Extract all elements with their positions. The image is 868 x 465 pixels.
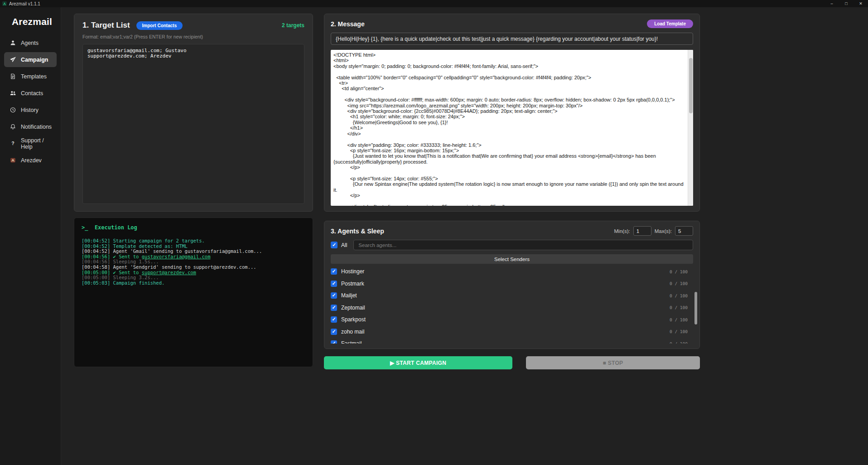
log-line: [00:05:00] Sleeping 3.2s... xyxy=(82,275,305,281)
sidebar-item-agents[interactable]: Agents xyxy=(4,35,57,50)
min-sleep-label: Min(s): xyxy=(614,228,630,234)
sleep-controls: Min(s): Max(s): xyxy=(614,226,693,236)
sidebar-item-history[interactable]: History xyxy=(4,102,57,117)
stop-button[interactable]: ■ STOP xyxy=(526,356,700,369)
send-icon xyxy=(10,57,16,63)
right-column: 2. Message Load Template <!DOCTYPE html>… xyxy=(324,14,700,369)
user-icon xyxy=(10,40,16,46)
agent-name: zoho mail xyxy=(341,329,364,335)
agent-count: 0 / 100 xyxy=(670,317,693,322)
agent-row[interactable]: Mailjet0 / 100 xyxy=(331,290,693,302)
agents-header: 3. Agents & Sleep Min(s): Max(s): xyxy=(331,226,693,236)
max-sleep-input[interactable] xyxy=(675,226,693,236)
agents-sleep-panel: 3. Agents & Sleep Min(s): Max(s): All Se… xyxy=(324,221,700,349)
bell-icon xyxy=(10,124,16,130)
targets-count-badge: 2 targets xyxy=(282,22,304,29)
agent-name: Sparkpost xyxy=(341,316,366,323)
agent-row[interactable]: Zeptomail0 / 100 xyxy=(331,302,693,314)
main-content: 1. Target List Import Contacts 2 targets… xyxy=(74,14,700,369)
sidebar-item-label: Campaign xyxy=(21,57,48,63)
editor-scrollbar[interactable] xyxy=(688,50,693,206)
agent-checkbox[interactable] xyxy=(331,340,337,344)
agent-checkbox[interactable] xyxy=(331,305,337,311)
all-agents-checkbox[interactable] xyxy=(331,242,338,248)
agent-name: Postmark xyxy=(341,281,364,287)
editor-scrollbar-thumb[interactable] xyxy=(689,58,693,113)
log-line: [00:04:52] Starting campaign for 2 targe… xyxy=(82,238,305,244)
sidebar-item-arezdev[interactable]: Arezdev xyxy=(4,153,57,168)
sidebar-item-label: Support / Help xyxy=(21,137,51,150)
close-button[interactable]: ✕ xyxy=(854,0,868,7)
sidebar: Arezmail AgentsCampaignTemplatesContacts… xyxy=(0,7,61,465)
agent-count: 0 / 100 xyxy=(670,341,693,344)
agent-row[interactable]: Hostinger0 / 100 xyxy=(331,266,693,278)
sidebar-item-label: Agents xyxy=(21,40,39,46)
history-icon xyxy=(10,107,16,113)
help-icon: ? xyxy=(10,140,16,146)
minimize-button[interactable]: – xyxy=(825,0,839,7)
agent-name: Hostinger xyxy=(341,268,364,275)
agent-count: 0 / 100 xyxy=(670,305,693,310)
select-senders-header: Select Senders xyxy=(331,254,693,264)
arezdev-logo-icon xyxy=(10,157,16,163)
sidebar-item-notifications[interactable]: Notifications xyxy=(4,119,57,134)
html-body-content[interactable]: <!DOCTYPE html> <html> <body style="marg… xyxy=(331,50,687,206)
sidebar-item-label: Arezdev xyxy=(21,157,42,164)
agent-list[interactable]: Hostinger0 / 100Postmark0 / 100Mailjet0 … xyxy=(331,266,693,344)
agent-count: 0 / 100 xyxy=(670,269,693,274)
sidebar-item-support-help[interactable]: ?Support / Help xyxy=(4,136,57,151)
agents-title: 3. Agents & Sleep xyxy=(331,228,384,235)
load-template-button[interactable]: Load Template xyxy=(647,19,693,28)
maximize-button[interactable]: □ xyxy=(839,0,854,7)
target-list-header: 1. Target List Import Contacts 2 targets xyxy=(82,21,304,30)
sidebar-nav: AgentsCampaignTemplatesContactsHistoryNo… xyxy=(0,35,61,168)
sidebar-item-label: Notifications xyxy=(21,124,52,130)
sidebar-item-label: History xyxy=(21,107,39,113)
sidebar-item-contacts[interactable]: Contacts xyxy=(4,86,57,101)
start-campaign-button[interactable]: ▶ START CAMPAIGN xyxy=(324,356,512,369)
brand-title: Arezmail xyxy=(0,7,61,34)
agent-checkbox[interactable] xyxy=(331,292,337,299)
subject-input[interactable] xyxy=(331,33,693,45)
agent-count: 0 / 100 xyxy=(670,281,693,286)
message-panel: 2. Message Load Template <!DOCTYPE html>… xyxy=(324,14,700,212)
svg-text:?: ? xyxy=(11,140,14,146)
html-body-editor[interactable]: <!DOCTYPE html> <html> <body style="marg… xyxy=(331,50,693,206)
agent-row[interactable]: Sparkpost0 / 100 xyxy=(331,314,693,326)
agent-checkbox[interactable] xyxy=(331,281,337,287)
agent-name: Fastmail xyxy=(341,340,362,344)
campaign-actions: ▶ START CAMPAIGN ■ STOP xyxy=(324,356,700,369)
agent-name: Zeptomail xyxy=(341,305,365,311)
sidebar-item-label: Contacts xyxy=(21,90,43,97)
window-title: Arezmail v1.1.1 xyxy=(9,1,40,6)
execution-log-title: >_ Execution Log xyxy=(82,224,305,231)
execution-log-lines: [00:04:52] Starting campaign for 2 targe… xyxy=(82,238,305,286)
format-hint: Format: email;var1;var2 (Press ENTER for… xyxy=(82,34,304,39)
agent-checkbox[interactable] xyxy=(331,316,337,323)
target-list-input[interactable]: gustavorsfaria@gmail.com; Gustavo suppor… xyxy=(82,44,304,204)
target-list-panel: 1. Target List Import Contacts 2 targets… xyxy=(74,14,313,212)
message-header: 2. Message Load Template xyxy=(331,19,693,28)
target-list-title: 1. Target List xyxy=(82,21,130,30)
max-sleep-label: Max(s): xyxy=(655,228,672,234)
agent-row[interactable]: Fastmail0 / 100 xyxy=(331,338,693,344)
sidebar-item-campaign[interactable]: Campaign xyxy=(4,52,57,67)
app-logo-icon xyxy=(2,1,7,6)
import-contacts-button[interactable]: Import Contacts xyxy=(136,21,183,30)
sidebar-item-templates[interactable]: Templates xyxy=(4,69,57,84)
window-controls: – □ ✕ xyxy=(825,0,868,7)
sidebar-item-label: Templates xyxy=(21,73,47,80)
templates-icon xyxy=(10,73,16,79)
search-agents-input[interactable] xyxy=(353,240,693,250)
agent-list-scrollbar-thumb[interactable] xyxy=(694,292,697,325)
agents-filter-row: All xyxy=(331,240,693,250)
min-sleep-input[interactable] xyxy=(633,226,651,236)
agent-row[interactable]: Postmark0 / 100 xyxy=(331,278,693,290)
agent-name: Mailjet xyxy=(341,292,357,299)
agent-count: 0 / 100 xyxy=(670,293,693,298)
left-column: 1. Target List Import Contacts 2 targets… xyxy=(74,14,313,369)
agent-row[interactable]: zoho mail0 / 100 xyxy=(331,326,693,338)
agent-checkbox[interactable] xyxy=(331,329,337,335)
agent-checkbox[interactable] xyxy=(331,268,337,275)
message-title: 2. Message xyxy=(331,20,365,28)
